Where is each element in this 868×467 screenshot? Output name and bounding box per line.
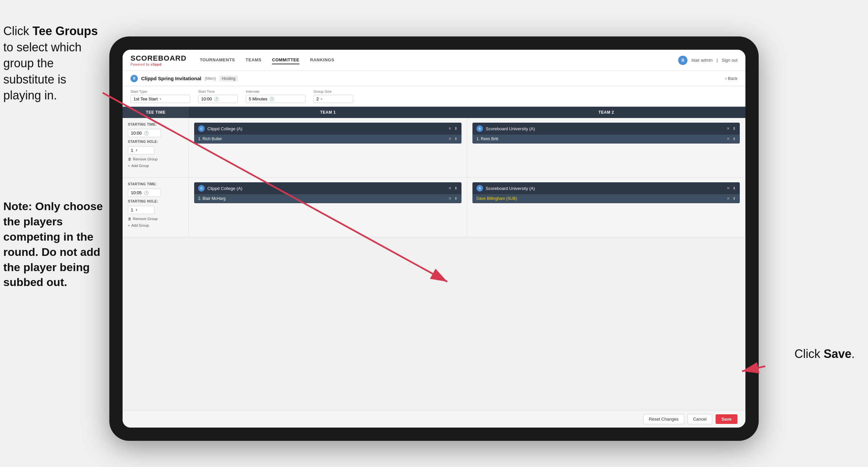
setting-intervals: Intervals 5 Minutes 🕐	[246, 89, 306, 103]
time-input-2[interactable]: 10:05 🕐	[128, 188, 161, 197]
sub-player-expand[interactable]: ⬍	[733, 196, 736, 201]
nav-committee[interactable]: COMMITTEE	[272, 56, 300, 64]
table-header: Tee Time Team 1 Team 2	[123, 107, 745, 118]
bottom-bar: Reset Changes Cancel Save	[123, 410, 745, 428]
team2-x-btn-2[interactable]: ✕	[726, 186, 730, 191]
player-fullname-1-1: Rich Butler	[203, 137, 222, 141]
setting-group-size: Group Size 2 ▾	[313, 89, 353, 103]
nav-rankings[interactable]: RANKINGS	[310, 56, 334, 64]
player-name-1-1: 1. Rich Butler	[198, 137, 222, 141]
player-row-2-1: 1. Rees Britt ✕ ⬍	[472, 135, 740, 143]
player-row-1-1: 1. Rich Butler ✕ ⬍	[194, 135, 462, 143]
sub-header: B Clippd Spring Invitational (Men) Hosti…	[123, 71, 745, 86]
sub-player-row: Dave Billingham (SUB) ✕ ⬍	[472, 194, 740, 203]
player-fullname-2-1: Rees Britt	[481, 137, 498, 141]
team1-cell-1: C Clippd College (A) ✕ ⬍ 1. Rich	[189, 118, 467, 177]
user-name: blair admin	[691, 58, 713, 63]
remove-group-label-2: Remove Group	[133, 217, 158, 221]
player-num-1-2: 2	[198, 196, 200, 201]
setting-start-time: Start Time 10:00 🕐	[198, 89, 238, 103]
player-num-2-1: 1	[476, 137, 479, 141]
navbar: SCOREBOARD Powered by clippd TOURNAMENTS…	[123, 50, 745, 71]
team1-header-left-2: C Clippd College (A)	[198, 185, 243, 192]
player-x-1-2[interactable]: ✕	[448, 196, 452, 201]
sub-player-name: Dave Billingham (SUB)	[476, 196, 517, 201]
player-expand-2-1[interactable]: ⬍	[733, 137, 736, 141]
team2-cell-1: S Scoreboard University (A) ✕ ⬍ 1.	[467, 118, 745, 177]
team1-actions-2: ✕ ⬍	[448, 186, 458, 191]
time-input-1[interactable]: 10:00 🕐	[128, 129, 161, 137]
nav-teams[interactable]: TEAMS	[246, 56, 261, 64]
time-value-2: 10:05	[131, 190, 142, 195]
team2-card-2: S Scoreboard University (A) ✕ ⬍ Dave Bil…	[472, 182, 740, 203]
tournament-title: Clippd Spring Invitational	[141, 76, 202, 81]
remove-group-btn-2[interactable]: 🗑 Remove Group	[128, 217, 183, 221]
nav-tournaments[interactable]: TOURNAMENTS	[200, 56, 235, 64]
team1-x-btn-1[interactable]: ✕	[448, 126, 452, 131]
team2-x-btn-1[interactable]: ✕	[726, 126, 730, 131]
team2-expand-btn-2[interactable]: ⬍	[733, 186, 736, 191]
player-expand-1-2[interactable]: ⬍	[454, 196, 458, 201]
user-avatar: B	[678, 56, 687, 65]
add-group-btn-1[interactable]: + Add Group	[128, 164, 183, 168]
intervals-input[interactable]: 5 Minutes 🕐	[246, 95, 306, 103]
intervals-label: Intervals	[246, 89, 306, 93]
sub-player-x[interactable]: ✕	[726, 196, 730, 201]
team1-name-2: Clippd College (A)	[207, 186, 243, 191]
tablet-screen: SCOREBOARD Powered by clippd TOURNAMENTS…	[123, 50, 745, 428]
hole-input-1[interactable]: 1 ⬍	[128, 146, 154, 154]
start-type-value: 1st Tee Start	[133, 96, 158, 101]
reset-changes-button[interactable]: Reset Changes	[643, 414, 684, 424]
team2-expand-btn-1[interactable]: ⬍	[733, 126, 736, 131]
logo-powered: Powered by clippd	[130, 63, 187, 66]
remove-group-btn-1[interactable]: 🗑 Remove Group	[128, 157, 183, 161]
start-time-input[interactable]: 10:00 🕐	[198, 95, 238, 103]
team2-actions-2: ✕ ⬍	[726, 186, 736, 191]
start-time-clock-icon: 🕐	[214, 97, 219, 101]
instruction-tee-groups: Click Tee Groups to select which group t…	[3, 23, 106, 104]
back-button[interactable]: ‹ Back	[725, 76, 738, 81]
team1-card-1: C Clippd College (A) ✕ ⬍ 1. Rich	[194, 123, 462, 144]
hole-input-2[interactable]: 1 ⬍	[128, 206, 154, 214]
intervals-clock-icon: 🕐	[269, 97, 274, 101]
starting-hole-label-1: STARTING HOLE:	[128, 140, 183, 144]
player-actions-1-1: ✕ ⬍	[448, 137, 458, 141]
team2-icon-2: S	[476, 185, 483, 192]
team1-actions-1: ✕ ⬍	[448, 126, 458, 131]
sign-out-link[interactable]: Sign out	[721, 58, 738, 63]
time-clock-icon-1: 🕐	[144, 131, 149, 136]
sub-header-left: B Clippd Spring Invitational (Men) Hosti…	[130, 75, 238, 82]
sub-player-fullname: Dave Billingham (SUB)	[476, 196, 517, 201]
group-size-chevron: ▾	[321, 97, 322, 101]
hosting-badge: Hosting	[219, 76, 238, 82]
team2-header-left-1: S Scoreboard University (A)	[476, 125, 535, 132]
start-time-label: Start Time	[198, 89, 238, 93]
tablet-frame: SCOREBOARD Powered by clippd TOURNAMENTS…	[109, 36, 759, 441]
player-expand-1-1[interactable]: ⬍	[454, 137, 458, 141]
add-group-btn-2[interactable]: + Add Group	[128, 224, 183, 227]
bold-tee-groups: Tee Groups	[32, 24, 98, 38]
save-button[interactable]: Save	[716, 414, 738, 424]
team1-x-btn-2[interactable]: ✕	[448, 186, 452, 191]
col-team1: Team 1	[189, 107, 467, 118]
team1-expand-btn-2[interactable]: ⬍	[454, 186, 458, 191]
group-size-input[interactable]: 2 ▾	[313, 95, 353, 103]
team2-name-1: Scoreboard University (A)	[486, 126, 535, 131]
settings-row: Start Type 1st Tee Start ▾ Start Time 10…	[123, 86, 745, 107]
group-size-label: Group Size	[313, 89, 353, 93]
main-content: STARTING TIME: 10:00 🕐 STARTING HOLE: 1 …	[123, 118, 745, 410]
start-type-input[interactable]: 1st Tee Start ▾	[130, 95, 190, 103]
start-type-label: Start Type	[130, 89, 190, 93]
starting-time-label-2: STARTING TIME:	[128, 182, 183, 186]
add-group-label-2: Add Group	[131, 224, 149, 227]
nav-separator: |	[717, 58, 718, 63]
player-name-1-2: 2. Blair McHarg	[198, 196, 226, 201]
player-x-2-1[interactable]: ✕	[726, 137, 730, 141]
player-x-1-1[interactable]: ✕	[448, 137, 452, 141]
cancel-button[interactable]: Cancel	[687, 414, 712, 424]
team1-card-header-2: C Clippd College (A) ✕ ⬍	[194, 182, 462, 194]
note-prefix: Note: Only choose the players competing …	[3, 200, 103, 288]
team1-expand-btn-1[interactable]: ⬍	[454, 126, 458, 131]
tournament-badge: B	[130, 75, 138, 82]
trash-icon-1: 🗑	[128, 157, 131, 161]
